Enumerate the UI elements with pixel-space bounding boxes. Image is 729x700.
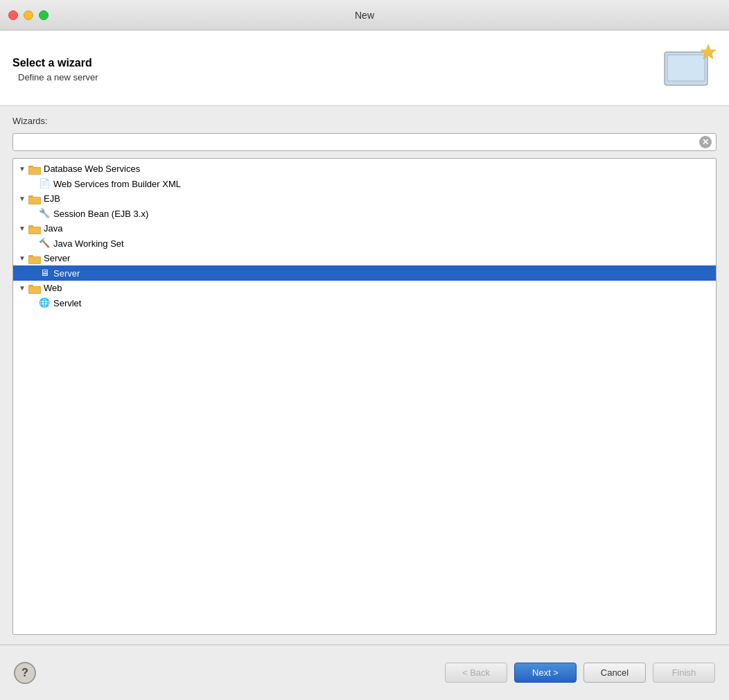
search-input[interactable] bbox=[17, 137, 696, 148]
svg-rect-12 bbox=[29, 227, 40, 234]
tree-item-label: Web Services from Builder XML bbox=[53, 179, 181, 189]
back-button[interactable]: < Back bbox=[445, 663, 507, 683]
clear-icon: ✕ bbox=[702, 138, 709, 146]
file-icon: 📄 bbox=[38, 178, 51, 189]
cancel-button[interactable]: Cancel bbox=[583, 663, 646, 683]
minimize-button[interactable] bbox=[24, 10, 33, 20]
tree-item-label: Java Working Set bbox=[53, 238, 124, 249]
svg-rect-9 bbox=[29, 198, 40, 204]
back-label: < Back bbox=[462, 667, 490, 678]
server-icon: 🖥 bbox=[38, 268, 51, 279]
wizard-title: Select a wizard bbox=[12, 57, 98, 69]
expand-icon: ▼ bbox=[19, 165, 27, 173]
clear-search-button[interactable]: ✕ bbox=[699, 136, 712, 148]
dialog-header: Select a wizard Define a new server bbox=[0, 30, 729, 106]
header-text: Select a wizard Define a new server bbox=[12, 57, 98, 82]
tree-group-label: Java bbox=[44, 223, 62, 234]
cancel-label: Cancel bbox=[601, 667, 629, 678]
tree-group-label: Server bbox=[44, 253, 70, 263]
expand-icon: ▼ bbox=[19, 254, 27, 262]
svg-rect-6 bbox=[29, 168, 40, 174]
tree-container[interactable]: ▼ Database Web Services 📄 Web Services f… bbox=[12, 158, 717, 635]
next-label: Next > bbox=[532, 667, 559, 678]
tree-item-label: Servlet bbox=[53, 298, 81, 308]
expand-icon: ▼ bbox=[19, 225, 27, 232]
servlet-icon: 🌐 bbox=[38, 297, 51, 308]
tree-item-java-working-set[interactable]: 🔨 Java Working Set bbox=[13, 236, 716, 251]
dialog-body: Wizards: ✕ ▼ Database Web Services bbox=[0, 106, 729, 645]
tree-group-server[interactable]: ▼ Server bbox=[13, 251, 716, 265]
tree-group-label: Web bbox=[44, 283, 62, 293]
finish-button[interactable]: Finish bbox=[653, 663, 715, 683]
wizard-subtitle: Define a new server bbox=[18, 72, 98, 82]
tree-group-web[interactable]: ▼ Web bbox=[13, 281, 716, 295]
tree-item-web-services-builder[interactable]: 📄 Web Services from Builder XML bbox=[13, 176, 716, 191]
tree-item-servlet[interactable]: 🌐 Servlet bbox=[13, 295, 716, 310]
tree-item-server[interactable]: 🖥 Server bbox=[13, 265, 716, 281]
tree-item-label: Server bbox=[53, 268, 80, 279]
bean-icon: 🔧 bbox=[38, 208, 51, 219]
tree-group-database-web-services[interactable]: ▼ Database Web Services bbox=[13, 161, 716, 176]
folder-icon bbox=[28, 224, 41, 234]
maximize-button[interactable] bbox=[39, 10, 49, 20]
dialog: Select a wizard Define a new server Wiza… bbox=[0, 30, 729, 700]
folder-icon bbox=[28, 254, 41, 263]
wizard-icon bbox=[661, 42, 717, 97]
title-bar: New bbox=[0, 0, 729, 30]
tree-group-ejb[interactable]: ▼ EJB bbox=[13, 191, 716, 206]
footer-right: < Back Next > Cancel Finish bbox=[445, 663, 715, 683]
wizards-label: Wizards: bbox=[12, 116, 717, 126]
expand-icon: ▼ bbox=[19, 195, 27, 202]
close-button[interactable] bbox=[8, 10, 18, 20]
svg-rect-15 bbox=[29, 257, 40, 263]
expand-icon: ▼ bbox=[19, 284, 27, 292]
tree-group-label: EJB bbox=[44, 193, 60, 204]
tree-item-label: Session Bean (EJB 3.x) bbox=[53, 209, 148, 219]
finish-label: Finish bbox=[672, 667, 696, 678]
window-title: New bbox=[355, 10, 374, 21]
window-controls[interactable] bbox=[8, 10, 49, 20]
folder-icon bbox=[28, 283, 41, 293]
dialog-footer: ? < Back Next > Cancel Finish bbox=[0, 645, 729, 700]
svg-rect-2 bbox=[668, 55, 704, 80]
next-button[interactable]: Next > bbox=[514, 663, 577, 683]
help-button[interactable]: ? bbox=[14, 662, 36, 684]
help-icon: ? bbox=[21, 667, 28, 679]
tree-group-label: Database Web Services bbox=[44, 164, 140, 174]
tree-item-session-bean[interactable]: 🔧 Session Bean (EJB 3.x) bbox=[13, 206, 716, 221]
footer-left: ? bbox=[14, 662, 36, 684]
folder-icon bbox=[28, 194, 41, 204]
java-icon: 🔨 bbox=[38, 238, 51, 249]
folder-icon bbox=[28, 164, 41, 174]
tree-group-java[interactable]: ▼ Java bbox=[13, 221, 716, 236]
search-container: ✕ bbox=[12, 133, 717, 151]
svg-rect-18 bbox=[29, 287, 40, 293]
